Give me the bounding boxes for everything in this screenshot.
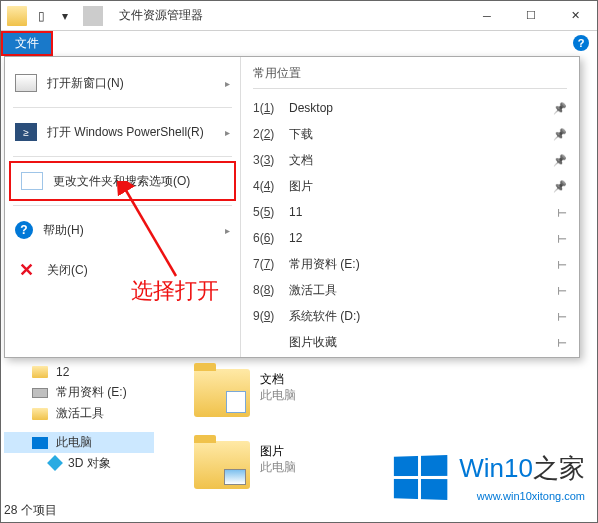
- maximize-button[interactable]: ☐: [509, 1, 553, 31]
- drive-icon: [32, 388, 48, 398]
- pin-icon[interactable]: 📌: [553, 180, 567, 193]
- place-hotkey: 9(9): [253, 309, 289, 323]
- nav-pane: 12 常用资料 (E:) 激活工具 此电脑 3D 对象: [4, 361, 154, 473]
- place-name: 激活工具: [289, 282, 557, 299]
- file-menu-panel: 打开新窗口(N) ≥ 打开 Windows PowerShell(R) 更改文件…: [4, 56, 580, 358]
- nav-label: 12: [56, 365, 69, 379]
- qat-btn-2[interactable]: ▾: [55, 6, 75, 26]
- folder-tile-documents[interactable]: [194, 369, 250, 417]
- place-hotkey: 5(5): [253, 205, 289, 219]
- place-hotkey: 6(6): [253, 231, 289, 245]
- frequent-place-item[interactable]: 7(7)常用资料 (E:)⊣: [253, 251, 567, 277]
- unpin-icon[interactable]: ⊣: [557, 284, 567, 297]
- menu-help[interactable]: ? 帮助(H): [5, 210, 240, 250]
- menu-separator: [13, 156, 232, 157]
- nav-3d-objects[interactable]: 3D 对象: [4, 453, 154, 473]
- place-name: 12: [289, 231, 557, 245]
- windows-logo-icon: [394, 455, 447, 500]
- frequent-place-item[interactable]: 9(9)系统软件 (D:)⊣: [253, 303, 567, 329]
- brand-a: Win10: [459, 453, 533, 483]
- frequent-places-header: 常用位置: [253, 65, 567, 89]
- frequent-place-item[interactable]: 6(6)12⊣: [253, 225, 567, 251]
- place-hotkey: 2(2): [253, 127, 289, 141]
- place-name: 系统软件 (D:): [289, 308, 557, 325]
- item-count: 28 个项目: [4, 503, 57, 517]
- minimize-button[interactable]: ─: [465, 1, 509, 31]
- window-controls: ─ ☐ ✕: [465, 1, 597, 31]
- status-bar: 28 个项目: [4, 502, 57, 519]
- frequent-places-panel: 常用位置 1(1)Desktop📌2(2)下载📌3(3)文档📌4(4)图片📌5(…: [241, 57, 579, 357]
- nav-item[interactable]: 12: [4, 361, 154, 382]
- frequent-place-item[interactable]: 4(4)图片📌: [253, 173, 567, 199]
- place-hotkey: 4(4): [253, 179, 289, 193]
- menu-change-folder-options[interactable]: 更改文件夹和搜索选项(O): [9, 161, 236, 201]
- place-hotkey: 8(8): [253, 283, 289, 297]
- unpin-icon[interactable]: ⊣: [557, 336, 567, 349]
- unpin-icon[interactable]: ⊣: [557, 310, 567, 323]
- options-icon: [21, 172, 43, 190]
- frequent-place-item[interactable]: 图片收藏⊣: [253, 329, 567, 355]
- place-hotkey: 1(1): [253, 101, 289, 115]
- unpin-icon[interactable]: ⊣: [557, 232, 567, 245]
- frequent-place-item[interactable]: 3(3)文档📌: [253, 147, 567, 173]
- pin-icon[interactable]: 📌: [553, 102, 567, 115]
- menu-open-powershell[interactable]: ≥ 打开 Windows PowerShell(R): [5, 112, 240, 152]
- folder-tile-pictures[interactable]: [194, 441, 250, 489]
- place-name: 图片收藏: [289, 334, 557, 351]
- tile-subtitle: 此电脑: [260, 387, 296, 403]
- pc-icon: [32, 437, 48, 449]
- titlebar: ▯ ▾ 文件资源管理器 ─ ☐ ✕: [1, 1, 597, 31]
- tile-caption: 文档 此电脑: [260, 371, 296, 403]
- close-button[interactable]: ✕: [553, 1, 597, 31]
- ribbon-tab-row: 文件 ?: [1, 31, 597, 56]
- folder-icon: [32, 366, 48, 378]
- menu-label: 打开新窗口(N): [47, 75, 124, 92]
- help-icon[interactable]: ?: [573, 35, 589, 51]
- nav-item[interactable]: 激活工具: [4, 403, 154, 424]
- menu-label: 关闭(C): [47, 262, 88, 279]
- menu-close[interactable]: ✕ 关闭(C): [5, 250, 240, 290]
- tile-subtitle: 此电脑: [260, 459, 296, 475]
- pin-icon[interactable]: 📌: [553, 128, 567, 141]
- tile-title: 文档: [260, 371, 296, 387]
- brand-url: www.win10xitong.com: [477, 490, 585, 502]
- menu-separator: [13, 107, 232, 108]
- window-title: 文件资源管理器: [113, 7, 465, 24]
- place-name: 图片: [289, 178, 553, 195]
- nav-label: 此电脑: [56, 434, 92, 451]
- nav-this-pc[interactable]: 此电脑: [4, 432, 154, 453]
- app-icon: [7, 6, 27, 26]
- nav-label: 激活工具: [56, 405, 104, 422]
- folder-icon: [32, 408, 48, 420]
- frequent-place-item[interactable]: 1(1)Desktop📌: [253, 95, 567, 121]
- menu-open-new-window[interactable]: 打开新窗口(N): [5, 63, 240, 103]
- nav-label: 3D 对象: [68, 455, 111, 472]
- place-name: 文档: [289, 152, 553, 169]
- unpin-icon[interactable]: ⊣: [557, 258, 567, 271]
- brand-b: 之家: [533, 453, 585, 483]
- frequent-place-item[interactable]: 5(5)11⊣: [253, 199, 567, 225]
- unpin-icon[interactable]: ⊣: [557, 206, 567, 219]
- place-name: 下载: [289, 126, 553, 143]
- nav-item[interactable]: 常用资料 (E:): [4, 382, 154, 403]
- menu-label: 更改文件夹和搜索选项(O): [53, 173, 190, 190]
- place-name: 11: [289, 205, 557, 219]
- close-icon: ✕: [15, 261, 37, 279]
- file-tab[interactable]: 文件: [1, 31, 53, 56]
- picture-icon: [224, 469, 246, 485]
- quick-access-toolbar: ▯ ▾: [1, 6, 113, 26]
- pin-icon[interactable]: 📌: [553, 154, 567, 167]
- qat-btn-1[interactable]: ▯: [31, 6, 51, 26]
- watermark: Win10之家 www.win10xitong.com: [392, 451, 585, 504]
- place-hotkey: 7(7): [253, 257, 289, 271]
- document-icon: [226, 391, 246, 413]
- help-icon: ?: [15, 221, 33, 239]
- powershell-icon: ≥: [15, 123, 37, 141]
- frequent-place-item[interactable]: 8(8)激活工具⊣: [253, 277, 567, 303]
- frequent-place-item[interactable]: 2(2)下载📌: [253, 121, 567, 147]
- file-menu-list: 打开新窗口(N) ≥ 打开 Windows PowerShell(R) 更改文件…: [5, 57, 241, 357]
- place-name: Desktop: [289, 101, 553, 115]
- menu-label: 打开 Windows PowerShell(R): [47, 124, 204, 141]
- place-hotkey: 3(3): [253, 153, 289, 167]
- cube-icon: [47, 455, 63, 471]
